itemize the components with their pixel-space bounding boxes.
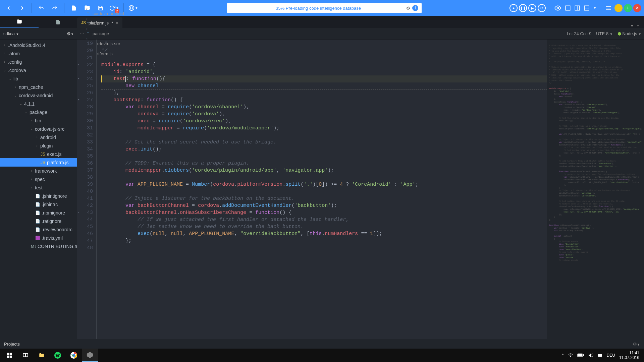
svg-rect-12 — [7, 353, 9, 355]
tree-item-label: .jshintignore — [42, 193, 67, 199]
nav-back-button[interactable] — [3, 2, 15, 14]
breadcrumb-item[interactable]: 🗀 package — [86, 31, 124, 36]
chevron-icon: › — [30, 177, 34, 181]
tree-item[interactable]: ›npm_cache — [0, 83, 77, 91]
file-icon: 📄 — [35, 194, 40, 198]
sidebar-tab-document[interactable] — [39, 16, 77, 28]
chevron-icon: ⌄ — [8, 77, 12, 80]
tab-options-icon[interactable]: ▾ — [631, 23, 633, 28]
tree-item[interactable]: JSplatform.js — [0, 158, 77, 167]
minimap[interactable]: * distributed with this work for additio… — [547, 40, 644, 339]
file-icon: JS — [40, 152, 46, 157]
tree-item[interactable]: 📄.jshintrc — [0, 200, 77, 208]
file-icon: 📄 — [35, 227, 40, 232]
tree-item[interactable]: JSexec.js — [0, 150, 77, 158]
layout-3-icon[interactable] — [583, 2, 591, 14]
cursor-position[interactable]: Ln: 24 Col: 9 — [567, 31, 592, 36]
new-file-button[interactable] — [68, 2, 80, 14]
language-mode[interactable]: Node.js — [622, 31, 637, 36]
projects-label[interactable]: Projects — [4, 342, 20, 347]
tree-item[interactable]: ›spec — [0, 175, 77, 183]
tree-item[interactable]: ›framework — [0, 167, 77, 175]
sidebar-tab-files[interactable] — [0, 16, 39, 28]
project-name[interactable]: sdkca — [3, 31, 15, 36]
chevron-icon: › — [3, 52, 7, 55]
file-explorer-taskbar-icon[interactable] — [34, 349, 50, 362]
tree-item[interactable]: M↓CONTRIBUTING.md — [0, 242, 77, 250]
line-gutter[interactable]: 19202122▾2324▾252627▾2829303132333435363… — [77, 40, 97, 339]
tree-item[interactable]: 📄.ratignore — [0, 217, 77, 225]
debug-icon[interactable]: ⟳ — [538, 4, 546, 12]
tree-item[interactable]: ⌄package — [0, 108, 77, 116]
redo-button[interactable] — [49, 2, 61, 14]
tree-item[interactable]: ⌄cordova-js-src — [0, 125, 77, 133]
tree-item[interactable]: ›.config — [0, 58, 77, 66]
tree-item[interactable]: ⌄lib — [0, 74, 77, 83]
projects-settings-icon[interactable]: ⚙▼ — [633, 342, 640, 347]
tree-item[interactable]: 📄.reviewboardrc — [0, 225, 77, 234]
tree-item[interactable]: ⌄4.1.1 — [0, 100, 77, 108]
tree-item-label: .atom — [8, 51, 20, 56]
wifi-icon[interactable] — [568, 353, 573, 358]
tree-item-label: 4.1.1 — [24, 101, 35, 107]
menu-icon[interactable] — [604, 2, 613, 14]
tree-item-label: spec — [35, 177, 45, 182]
clock-date: 11.07.2016 — [619, 355, 639, 360]
notifications-icon[interactable] — [597, 353, 603, 358]
nav-forward-button[interactable] — [16, 2, 28, 14]
tree-item[interactable]: ›android — [0, 133, 77, 141]
tree-item[interactable]: ⌄cordova-android — [0, 91, 77, 100]
chevron-icon: › — [13, 85, 17, 89]
spotify-taskbar-icon[interactable] — [50, 349, 66, 362]
preview-icon[interactable] — [553, 2, 562, 14]
tree-item[interactable]: 📄.npmignore — [0, 208, 77, 217]
search-box[interactable]: 35% Pre-loading code intelligence databa… — [227, 3, 422, 13]
tree-item-label: platform.js — [47, 160, 69, 165]
breadcrumb-item[interactable]: 🗀 4.1.1 — [86, 21, 124, 26]
start-button[interactable] — [1, 349, 17, 362]
tree-item[interactable]: 🟪.travis.yml — [0, 234, 77, 242]
encoding[interactable]: UTF-8 — [596, 31, 608, 36]
tree-item[interactable]: ⌄.cordova — [0, 66, 77, 74]
window-maximize-button[interactable]: + — [624, 4, 632, 12]
info-icon[interactable]: i — [412, 5, 418, 11]
tree-item[interactable]: ›.AndroidStudio1.4 — [0, 41, 77, 49]
ide-taskbar-icon[interactable] — [82, 349, 98, 362]
svg-rect-15 — [10, 356, 12, 358]
tree-item[interactable]: ›plugin — [0, 141, 77, 150]
breadcrumb-item[interactable]: 🗀 cordova-android — [86, 11, 124, 16]
play-icon[interactable]: ▶ — [528, 4, 536, 12]
chrome-taskbar-icon[interactable] — [66, 349, 82, 362]
tree-item[interactable]: 📄.jshintignore — [0, 192, 77, 200]
tree-item[interactable]: ›bin — [0, 116, 77, 125]
tree-item[interactable]: ›.atom — [0, 49, 77, 58]
svg-point-22 — [570, 357, 571, 357]
file-icon: 🟪 — [35, 236, 40, 240]
battery-icon[interactable] — [577, 353, 584, 357]
tray-chevron-icon[interactable]: ^ — [562, 353, 564, 358]
nodejs-icon: ⬢ — [618, 31, 621, 36]
clock[interactable]: 11:41 11.07.2016 — [619, 351, 639, 360]
chevron-icon: › — [3, 60, 7, 64]
volume-icon[interactable] — [588, 353, 593, 358]
svg-rect-25 — [578, 354, 582, 356]
window-minimize-button[interactable]: − — [614, 4, 623, 12]
undo-button[interactable] — [35, 2, 47, 14]
layout-2-icon[interactable] — [573, 2, 581, 14]
file-icon: 📄 — [35, 219, 40, 224]
browser-button[interactable]: ▼ — [127, 2, 139, 14]
breadcrumb-root-icon[interactable]: ⋯ — [80, 31, 84, 36]
window-close-button[interactable]: × — [633, 4, 641, 12]
gear-icon[interactable]: ⚙ — [406, 6, 410, 11]
chevron-icon: ⌄ — [19, 102, 23, 106]
tree-item[interactable]: ›test — [0, 183, 77, 192]
js-icon: JS — [81, 20, 86, 25]
tree-item-label: .AndroidStudio1.4 — [8, 43, 45, 48]
tab-add-icon[interactable]: + — [637, 23, 639, 28]
record-icon[interactable]: ● — [509, 4, 518, 12]
language-indicator[interactable]: DEU — [607, 353, 615, 358]
pause-icon[interactable]: ❚❚ — [519, 4, 527, 12]
sidebar-settings-icon[interactable]: ⚙▼ — [67, 31, 74, 36]
layout-1-icon[interactable] — [564, 2, 572, 14]
task-view-button[interactable] — [17, 349, 34, 362]
